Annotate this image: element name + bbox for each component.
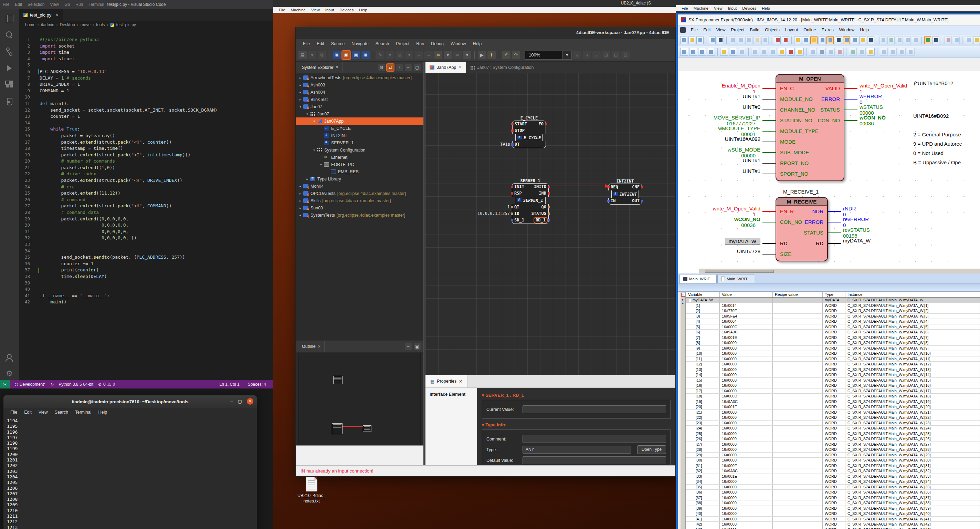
operand-uint-1[interactable]: UINT#1 — [695, 168, 760, 174]
table-row[interactable]: [25]16#0000WORDC_SX.R_S74.DEFAULT.Main_W… — [686, 431, 980, 437]
column-header-value[interactable]: Value — [720, 292, 773, 297]
toolbar-icon[interactable] — [729, 36, 736, 44]
menu-item-extras[interactable]: Extras — [819, 27, 836, 33]
menu-item-edit[interactable]: Edit — [700, 27, 714, 33]
toolbar-icon[interactable] — [858, 48, 866, 56]
toolbar-icon[interactable] — [738, 48, 746, 56]
toolbar-icon[interactable] — [698, 48, 706, 56]
terminal-output[interactable]: 1194119511961197119811991200120112021203… — [3, 417, 257, 529]
table-row[interactable]: [35]16#0000WORDC_SX.R_S74.DEFAULT.Main_W… — [686, 484, 980, 490]
table-row[interactable]: [9]16#0000WORDC_SX.R_S74.DEFAULT.Main_W.… — [686, 346, 980, 351]
event-output-pin[interactable] — [548, 192, 550, 194]
menu-item-input[interactable]: Input — [725, 6, 740, 10]
operand-reverror[interactable]: revERROR0 — [843, 216, 908, 228]
event-output-pin[interactable] — [545, 123, 547, 125]
toolbar-icon[interactable] — [849, 48, 857, 56]
toolbar-icon[interactable]: ⬆ — [487, 51, 496, 59]
event-input-pin[interactable] — [607, 186, 609, 188]
operand-mydata-w[interactable]: myDATA_W — [843, 237, 908, 244]
table-row[interactable]: [34]16#0000WORDC_SX.R_S74.DEFAULT.Main_W… — [686, 479, 980, 484]
event-connection[interactable] — [549, 186, 608, 186]
toolbar-icon[interactable] — [904, 36, 911, 44]
maximize-icon[interactable]: ▢ — [414, 64, 421, 71]
breadcrumb[interactable]: home›itadmin›Desktop›move›tools›test_plc… — [19, 21, 273, 29]
default-value-input[interactable] — [523, 456, 666, 464]
tree-item-server-1[interactable]: SERVER_1 — [296, 139, 423, 147]
delete-watch-icon[interactable]: ✕ — [681, 293, 685, 296]
toolbar-icon[interactable] — [827, 48, 835, 56]
data-input-pin[interactable] — [511, 219, 513, 221]
toolbar-icon[interactable] — [889, 48, 897, 56]
operand-uint-1[interactable]: UINT#1 — [695, 158, 760, 163]
menu-item-run[interactable]: Run — [413, 41, 427, 46]
python-version-status[interactable]: Python 3.8.5 64-bit — [59, 382, 93, 387]
operand-enable-m-open[interactable]: Enable_M_Open1 — [695, 83, 760, 94]
table-row[interactable]: [12]16#0000WORDC_SX.R_S74.DEFAULT.Main_W… — [686, 362, 980, 367]
toolbar-icon[interactable] — [867, 36, 874, 44]
table-row[interactable]: [27]16#0000WORDC_SX.R_S74.DEFAULT.Main_W… — [686, 442, 980, 448]
menu-item-navigate[interactable]: Navigate — [348, 41, 371, 46]
toolbar-icon[interactable] — [843, 36, 850, 44]
menu-item-terminal[interactable]: Terminal — [72, 409, 94, 415]
menu-item-search[interactable]: Search — [372, 41, 392, 46]
tree-expander-icon[interactable]: ▸ — [298, 185, 303, 188]
tree-expander-icon[interactable]: ▾ — [312, 120, 317, 123]
tree-item-int2int[interactable]: INT2INT — [296, 132, 423, 139]
desktop-file-icon[interactable]: UB210_4diac_ notes.txt — [291, 477, 332, 504]
toolbar-icon[interactable] — [751, 48, 759, 56]
operand-wstatus[interactable]: wSTATUS00000 — [859, 104, 925, 116]
breadcrumb-item[interactable]: test_plc.py — [116, 22, 135, 27]
tree-item-e-cycle[interactable]: E_CYCLE — [296, 125, 423, 132]
table-row[interactable]: [15]16#0000WORDC_SX.R_S74.DEFAULT.Main_W… — [686, 378, 980, 383]
sx-fb-m_receive[interactable]: M_RECEIVEEN_RCON_NORDSIZENDRERRORSTATUSR… — [776, 197, 828, 261]
menu-item-build[interactable]: Build — [747, 27, 762, 33]
tree-item-type-library[interactable]: ▸Type Library — [296, 175, 423, 183]
menu-item-file[interactable]: File — [300, 41, 313, 46]
open-type-button[interactable]: Open Type — [637, 445, 667, 454]
extensions-icon[interactable] — [5, 80, 14, 89]
tree-expander-icon[interactable]: ▾ — [318, 163, 324, 166]
toolbar-icon[interactable] — [737, 36, 744, 44]
table-row[interactable]: [42]16#0000WORDC_SX.R_S74.DEFAULT.Main_W… — [686, 522, 980, 527]
toolbar-icon[interactable] — [835, 36, 842, 44]
toolbar-icon[interactable]: ▾ — [405, 51, 414, 59]
toolbar-icon[interactable]: → — [425, 51, 433, 59]
pin-module_no[interactable]: MODULE_NO — [780, 96, 813, 102]
tree-item-mon04[interactable]: ▸Mon04 — [296, 183, 423, 190]
toolbar-icon[interactable] — [880, 36, 887, 44]
layout-icon[interactable]: ⫝ — [573, 51, 581, 59]
tree-expander-icon[interactable]: ▾ — [298, 105, 303, 108]
toolbar-icon[interactable]: ▣ — [342, 51, 350, 59]
menu-item-file[interactable]: File — [688, 27, 700, 33]
menu-item-devices[interactable]: Devices — [337, 8, 356, 12]
source-control-icon[interactable] — [5, 47, 14, 56]
pin-rd[interactable]: RD — [780, 241, 788, 246]
table-row[interactable]: [24]16#0000WORDC_SX.R_S74.DEFAULT.Main_W… — [686, 426, 980, 431]
code-editor[interactable]: 1#!/usr/bin/env python32import socket3im… — [19, 29, 273, 380]
pin-ndr[interactable]: NDR — [812, 208, 824, 214]
layout-icon[interactable]: ⊡ — [621, 51, 630, 59]
menu-item-help[interactable]: Help — [95, 409, 110, 415]
pin-status[interactable]: STATUS — [820, 107, 840, 113]
tree-expander-icon[interactable]: ▸ — [298, 199, 303, 202]
tree-item-ash004[interactable]: ▸Ash004 — [296, 89, 423, 96]
testing-icon[interactable] — [5, 96, 14, 106]
toolbar-icon[interactable]: ↶ — [502, 51, 511, 59]
tree-item-opcuatests[interactable]: ▸OPCUATests [org.eclipse.4diac.examples … — [296, 190, 423, 197]
toolbar-icon[interactable] — [782, 36, 789, 44]
toolbar-icon[interactable]: ▣ — [332, 51, 341, 59]
breadcrumb-item[interactable]: home — [25, 22, 35, 27]
tree-item-jan07[interactable]: ▾Jan07 — [296, 103, 423, 110]
table-row[interactable]: [30]16#0000WORDC_SX.R_S74.DEFAULT.Main_W… — [686, 458, 980, 463]
toolbar-icon[interactable] — [745, 36, 752, 44]
layout-icon[interactable]: ⫞ — [583, 51, 591, 59]
tree-expander-icon[interactable]: ▸ — [298, 206, 303, 210]
menu-item-file[interactable]: File — [8, 409, 20, 415]
menu-item-file[interactable]: File — [679, 6, 690, 10]
table-row[interactable]: [36]16#0000WORDC_SX.R_S74.DEFAULT.Main_W… — [686, 490, 980, 495]
account-icon[interactable] — [5, 353, 14, 363]
toolbar-icon[interactable]: ← — [415, 51, 423, 59]
pin-sub_mode[interactable]: SUB_MODE — [780, 150, 809, 155]
toolbar-icon[interactable] — [945, 36, 952, 44]
column-header-type[interactable]: Type — [823, 292, 845, 297]
